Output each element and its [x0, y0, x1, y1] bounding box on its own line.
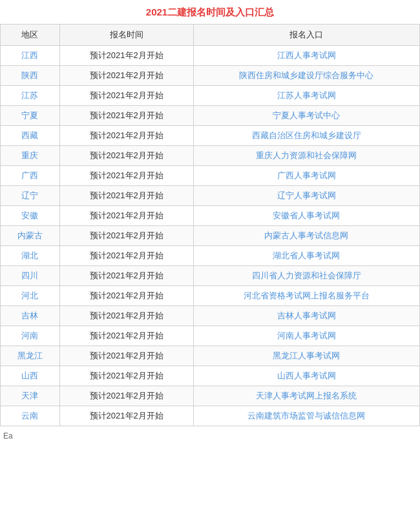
cell-link[interactable]: 天津人事考试网上报名系统 [193, 386, 419, 406]
registration-link[interactable]: 河南人事考试网 [277, 331, 336, 340]
registration-link[interactable]: 江西人事考试网 [277, 50, 336, 60]
col-header-link: 报名入口 [193, 25, 419, 46]
registration-link[interactable]: 四川省人力资源和社会保障厅 [252, 271, 361, 280]
footer-text: Ea [0, 431, 420, 440]
registration-link[interactable]: 重庆人力资源和社会保障网 [256, 150, 357, 160]
registration-link[interactable]: 内蒙古人事考试信息网 [264, 231, 348, 240]
table-row: 江西预计2021年2月开始江西人事考试网 [1, 46, 420, 66]
cell-region: 云南 [1, 406, 60, 426]
cell-time: 预计2021年2月开始 [59, 386, 193, 406]
registration-link[interactable]: 黑龙江人事考试网 [273, 351, 340, 360]
cell-region: 湖北 [1, 246, 60, 266]
cell-region: 江苏 [1, 86, 60, 106]
cell-region: 辽宁 [1, 186, 60, 206]
cell-region: 四川 [1, 266, 60, 286]
registration-link[interactable]: 江苏人事考试网 [277, 90, 336, 100]
table-row: 四川预计2021年2月开始四川省人力资源和社会保障厅 [1, 266, 420, 286]
cell-link[interactable]: 黑龙江人事考试网 [193, 346, 419, 366]
table-row: 云南预计2021年2月开始云南建筑市场监管与诚信信息网 [1, 406, 420, 426]
cell-region: 山西 [1, 366, 60, 386]
cell-link[interactable]: 内蒙古人事考试信息网 [193, 226, 419, 246]
cell-link[interactable]: 吉林人事考试网 [193, 306, 419, 326]
cell-region: 吉林 [1, 306, 60, 326]
cell-link[interactable]: 广西人事考试网 [193, 166, 419, 186]
cell-time: 预计2021年2月开始 [59, 46, 193, 66]
cell-time: 预计2021年2月开始 [59, 166, 193, 186]
table-row: 西藏预计2021年2月开始西藏自治区住房和城乡建设厅 [1, 126, 420, 146]
cell-time: 预计2021年2月开始 [59, 206, 193, 226]
cell-time: 预计2021年2月开始 [59, 86, 193, 106]
cell-region: 江西 [1, 46, 60, 66]
registration-link[interactable]: 安徽省人事考试网 [273, 211, 340, 220]
cell-region: 重庆 [1, 146, 60, 166]
col-header-time: 报名时间 [59, 25, 193, 46]
cell-link[interactable]: 江苏人事考试网 [193, 86, 419, 106]
cell-region: 陕西 [1, 66, 60, 86]
cell-link[interactable]: 西藏自治区住房和城乡建设厅 [193, 126, 419, 146]
cell-time: 预计2021年2月开始 [59, 146, 193, 166]
cell-time: 预计2021年2月开始 [59, 66, 193, 86]
table-row: 黑龙江预计2021年2月开始黑龙江人事考试网 [1, 346, 420, 366]
cell-region: 西藏 [1, 126, 60, 146]
cell-time: 预计2021年2月开始 [59, 346, 193, 366]
registration-link[interactable]: 吉林人事考试网 [277, 311, 336, 320]
cell-link[interactable]: 山西人事考试网 [193, 366, 419, 386]
table-row: 湖北预计2021年2月开始湖北省人事考试网 [1, 246, 420, 266]
registration-link[interactable]: 广西人事考试网 [277, 171, 336, 180]
cell-link[interactable]: 重庆人力资源和社会保障网 [193, 146, 419, 166]
registration-link[interactable]: 山西人事考试网 [277, 371, 336, 380]
cell-time: 预计2021年2月开始 [59, 286, 193, 306]
table-row: 天津预计2021年2月开始天津人事考试网上报名系统 [1, 386, 420, 406]
cell-link[interactable]: 宁夏人事考试中心 [193, 106, 419, 126]
cell-region: 内蒙古 [1, 226, 60, 246]
table-header-row: 地区 报名时间 报名入口 [1, 25, 420, 46]
registration-link[interactable]: 湖北省人事考试网 [273, 251, 340, 260]
main-table: 地区 报名时间 报名入口 江西预计2021年2月开始江西人事考试网陕西预计202… [0, 24, 420, 426]
table-row: 山西预计2021年2月开始山西人事考试网 [1, 366, 420, 386]
registration-link[interactable]: 天津人事考试网上报名系统 [256, 391, 357, 400]
cell-time: 预计2021年2月开始 [59, 266, 193, 286]
cell-region: 黑龙江 [1, 346, 60, 366]
registration-link[interactable]: 宁夏人事考试中心 [273, 110, 340, 120]
cell-link[interactable]: 河北省资格考试网上报名服务平台 [193, 286, 419, 306]
table-row: 河南预计2021年2月开始河南人事考试网 [1, 326, 420, 346]
table-row: 宁夏预计2021年2月开始宁夏人事考试中心 [1, 106, 420, 126]
cell-link[interactable]: 河南人事考试网 [193, 326, 419, 346]
registration-link[interactable]: 西藏自治区住房和城乡建设厅 [252, 130, 361, 140]
table-row: 河北预计2021年2月开始河北省资格考试网上报名服务平台 [1, 286, 420, 306]
table-row: 重庆预计2021年2月开始重庆人力资源和社会保障网 [1, 146, 420, 166]
table-row: 吉林预计2021年2月开始吉林人事考试网 [1, 306, 420, 326]
cell-link[interactable]: 云南建筑市场监管与诚信信息网 [193, 406, 419, 426]
cell-time: 预计2021年2月开始 [59, 126, 193, 146]
cell-time: 预计2021年2月开始 [59, 106, 193, 126]
cell-region: 广西 [1, 166, 60, 186]
cell-region: 河北 [1, 286, 60, 306]
table-row: 陕西预计2021年2月开始陕西住房和城乡建设厅综合服务中心 [1, 66, 420, 86]
cell-link[interactable]: 江西人事考试网 [193, 46, 419, 66]
registration-link[interactable]: 云南建筑市场监管与诚信信息网 [247, 411, 365, 420]
table-row: 安徽预计2021年2月开始安徽省人事考试网 [1, 206, 420, 226]
cell-region: 河南 [1, 326, 60, 346]
cell-time: 预计2021年2月开始 [59, 366, 193, 386]
registration-link[interactable]: 河北省资格考试网上报名服务平台 [244, 291, 370, 300]
cell-time: 预计2021年2月开始 [59, 406, 193, 426]
table-row: 辽宁预计2021年2月开始辽宁人事考试网 [1, 186, 420, 206]
cell-time: 预计2021年2月开始 [59, 306, 193, 326]
cell-time: 预计2021年2月开始 [59, 246, 193, 266]
table-row: 江苏预计2021年2月开始江苏人事考试网 [1, 86, 420, 106]
registration-link[interactable]: 陕西住房和城乡建设厅综合服务中心 [239, 70, 373, 80]
page-title: 2021二建报名时间及入口汇总 [0, 6, 420, 19]
cell-link[interactable]: 湖北省人事考试网 [193, 246, 419, 266]
cell-link[interactable]: 辽宁人事考试网 [193, 186, 419, 206]
cell-time: 预计2021年2月开始 [59, 326, 193, 346]
cell-link[interactable]: 四川省人力资源和社会保障厅 [193, 266, 419, 286]
cell-region: 宁夏 [1, 106, 60, 126]
cell-region: 天津 [1, 386, 60, 406]
table-row: 广西预计2021年2月开始广西人事考试网 [1, 166, 420, 186]
cell-link[interactable]: 安徽省人事考试网 [193, 206, 419, 226]
cell-link[interactable]: 陕西住房和城乡建设厅综合服务中心 [193, 66, 419, 86]
col-header-region: 地区 [1, 25, 60, 46]
cell-time: 预计2021年2月开始 [59, 186, 193, 206]
table-row: 内蒙古预计2021年2月开始内蒙古人事考试信息网 [1, 226, 420, 246]
registration-link[interactable]: 辽宁人事考试网 [277, 191, 336, 200]
